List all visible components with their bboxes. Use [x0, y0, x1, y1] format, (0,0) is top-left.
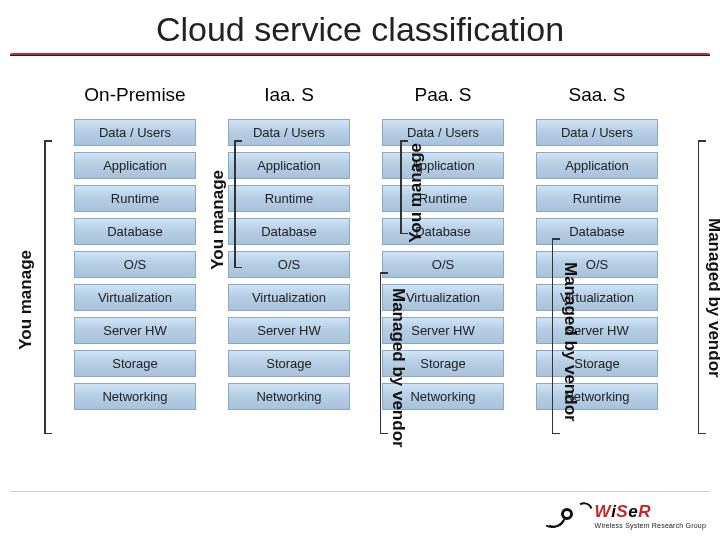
layer-box: Server HW	[228, 317, 350, 344]
title-divider-wrap	[0, 53, 720, 66]
layer-box: Virtualization	[228, 284, 350, 311]
layer-box: Virtualization	[74, 284, 196, 311]
col-title-paas: Paa. S	[414, 84, 471, 106]
layer-box: Application	[536, 152, 658, 179]
layer-box: Runtime	[74, 185, 196, 212]
layer-box: Data / Users	[74, 119, 196, 146]
layer-box: Storage	[74, 350, 196, 377]
layer-box: Runtime	[228, 185, 350, 212]
layer-box: Database	[74, 218, 196, 245]
logo-text: WiSeR Wireless System Research Group	[595, 502, 706, 529]
bracket-paas-vendor	[552, 238, 560, 434]
layer-box: Storage	[228, 350, 350, 377]
col-title-saas: Saa. S	[568, 84, 625, 106]
label-paas-vendor: Managed by vendor	[560, 262, 580, 422]
layer-box: Data / Users	[228, 119, 350, 146]
col-title-iaas: Iaa. S	[264, 84, 314, 106]
bracket-iaas-vendor	[380, 272, 388, 434]
logo-letter: S	[616, 502, 628, 522]
wiser-logo: WiSeR Wireless System Research Group	[549, 498, 706, 532]
bracket-onprem-you-manage	[44, 140, 52, 434]
layer-box: Data / Users	[536, 119, 658, 146]
label-iaas-you-manage: You manage	[208, 170, 228, 270]
layer-box: Application	[228, 152, 350, 179]
layer-box: Database	[228, 218, 350, 245]
label-iaas-vendor: Managed by vendor	[388, 288, 408, 448]
label-paas-you-manage: You manage	[406, 143, 426, 243]
logo-icon	[549, 498, 589, 532]
diagram-grid: On-Premise Data / Users Application Runt…	[0, 66, 720, 413]
logo-letter: R	[638, 502, 651, 522]
layer-box: O/S	[382, 251, 504, 278]
col-onpremise: On-Premise Data / Users Application Runt…	[70, 78, 200, 413]
layer-box: Server HW	[74, 317, 196, 344]
logo-letter: W	[595, 502, 612, 522]
title-divider	[10, 53, 710, 56]
label-saas-vendor: Managed by vendor	[704, 218, 720, 378]
layer-box: Runtime	[536, 185, 658, 212]
col-iaas: Iaa. S Data / Users Application Runtime …	[224, 78, 354, 413]
slide-title: Cloud service classification	[0, 0, 720, 53]
logo-tagline: Wireless System Research Group	[595, 522, 706, 529]
layer-box: O/S	[228, 251, 350, 278]
label-onprem-you-manage: You manage	[16, 250, 36, 350]
layer-box: Application	[74, 152, 196, 179]
layer-box: Networking	[228, 383, 350, 410]
bracket-iaas-you-manage	[234, 140, 242, 268]
logo-letter: e	[628, 502, 638, 522]
col-title-onpremise: On-Premise	[84, 84, 185, 106]
layer-box: O/S	[74, 251, 196, 278]
footer-divider	[10, 491, 710, 492]
layer-box: Networking	[74, 383, 196, 410]
